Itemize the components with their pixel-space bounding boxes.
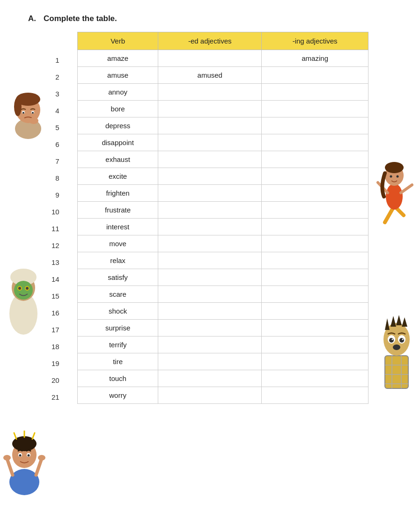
row-number: 15 <box>52 287 63 304</box>
ing-adjective-cell: amazing <box>262 50 368 67</box>
row-number: 1 <box>52 51 63 68</box>
verb-cell: exhaust <box>78 151 158 168</box>
verb-cell: move <box>78 235 158 252</box>
ing-adjective-cell <box>262 370 368 387</box>
svg-point-3 <box>14 97 22 116</box>
jumping-character <box>376 159 415 229</box>
header-ing: -ing adjectives <box>262 32 368 50</box>
ed-adjective-cell <box>158 269 262 286</box>
row-number: 16 <box>52 304 63 321</box>
table-header-row: Verb -ed adjectives -ing adjectives <box>78 32 368 50</box>
ed-adjective-cell <box>158 50 262 67</box>
ed-adjective-cell <box>158 117 262 134</box>
ing-adjective-cell <box>262 303 368 320</box>
table-row: disappoint <box>78 134 368 151</box>
svg-point-8 <box>29 117 38 124</box>
svg-point-7 <box>32 112 34 114</box>
section-letter: A. <box>28 14 36 23</box>
svg-point-24 <box>18 287 21 290</box>
verb-cell: touch <box>78 370 158 387</box>
ed-adjective-cell <box>158 219 262 235</box>
svg-point-40 <box>389 338 394 343</box>
ed-adjective-cell <box>158 387 262 404</box>
svg-point-57 <box>19 454 22 457</box>
verb-cell: interest <box>78 219 158 235</box>
svg-marker-36 <box>396 315 402 325</box>
ed-adjective-cell <box>158 337 262 353</box>
row-number: 14 <box>52 271 63 287</box>
verb-cell: relax <box>78 252 158 269</box>
row-number: 9 <box>52 186 63 203</box>
ed-adjective-cell <box>158 235 262 252</box>
row-number: 10 <box>52 203 63 220</box>
table-row: terrify <box>78 337 368 353</box>
ing-adjective-cell <box>262 320 368 337</box>
ed-adjective-cell <box>158 168 262 185</box>
svg-point-41 <box>399 338 404 343</box>
ing-adjective-cell <box>262 134 368 151</box>
svg-point-25 <box>26 287 29 290</box>
ing-adjective-cell <box>262 151 368 168</box>
ed-adjective-cell <box>158 370 262 387</box>
ing-adjective-cell <box>262 84 368 101</box>
svg-point-49 <box>38 455 45 461</box>
svg-line-52 <box>14 433 16 439</box>
spa-character <box>2 267 44 337</box>
row-number: 2 <box>52 68 63 85</box>
row-number: 12 <box>52 237 63 254</box>
svg-point-21 <box>14 281 33 300</box>
row-number: 21 <box>52 388 63 405</box>
verb-cell: frustrate <box>78 202 158 219</box>
verb-cell: annoy <box>78 84 158 101</box>
svg-point-15 <box>385 162 404 173</box>
verb-cell: amaze <box>78 50 158 67</box>
row-number: 6 <box>52 136 63 153</box>
row-number: 17 <box>52 321 63 338</box>
verb-cell: amuse <box>78 67 158 84</box>
row-number: 11 <box>52 220 63 237</box>
row-number: 18 <box>52 338 63 355</box>
verb-cell: scare <box>78 286 158 303</box>
row-number: 20 <box>52 372 63 388</box>
ed-adjective-cell: amused <box>158 67 262 84</box>
table-row: surprise <box>78 320 368 337</box>
svg-point-44 <box>393 344 400 350</box>
svg-line-54 <box>32 433 35 439</box>
stressed-character <box>2 431 47 496</box>
svg-marker-34 <box>385 318 390 330</box>
table-row: satisfy <box>78 269 368 286</box>
page: A. Complete the table. <box>0 0 420 505</box>
ing-adjective-cell <box>262 67 368 84</box>
verb-cell: excite <box>78 168 158 185</box>
table-row: touch <box>78 370 368 387</box>
ed-adjective-cell <box>158 134 262 151</box>
ing-adjective-cell <box>262 286 368 303</box>
table-row: frighten <box>78 185 368 202</box>
ed-adjective-cell <box>158 303 262 320</box>
table-row: shock <box>78 303 368 320</box>
ing-adjective-cell <box>262 117 368 134</box>
svg-point-43 <box>402 339 404 340</box>
section-instruction: Complete the table. <box>44 14 117 23</box>
row-numbers-column: 123456789101112131415161718192021 <box>52 32 63 405</box>
svg-marker-37 <box>402 317 407 327</box>
table-row: annoy <box>78 84 368 101</box>
ing-adjective-cell <box>262 337 368 353</box>
ed-adjective-cell <box>158 84 262 101</box>
row-number: 13 <box>52 254 63 271</box>
scared-character <box>376 314 418 403</box>
svg-point-48 <box>3 455 11 461</box>
table-row: scare <box>78 286 368 303</box>
row-number: 3 <box>52 85 63 102</box>
ing-adjective-cell <box>262 185 368 202</box>
ed-adjective-cell <box>158 151 262 168</box>
table-row: depress <box>78 117 368 134</box>
svg-point-58 <box>28 454 30 457</box>
table-row: excite <box>78 168 368 185</box>
row-number: 5 <box>52 119 63 136</box>
ing-adjective-cell <box>262 353 368 370</box>
row-number: 8 <box>52 169 63 186</box>
verb-cell: tire <box>78 353 158 370</box>
table-row: tire <box>78 353 368 370</box>
svg-point-11 <box>386 183 403 210</box>
